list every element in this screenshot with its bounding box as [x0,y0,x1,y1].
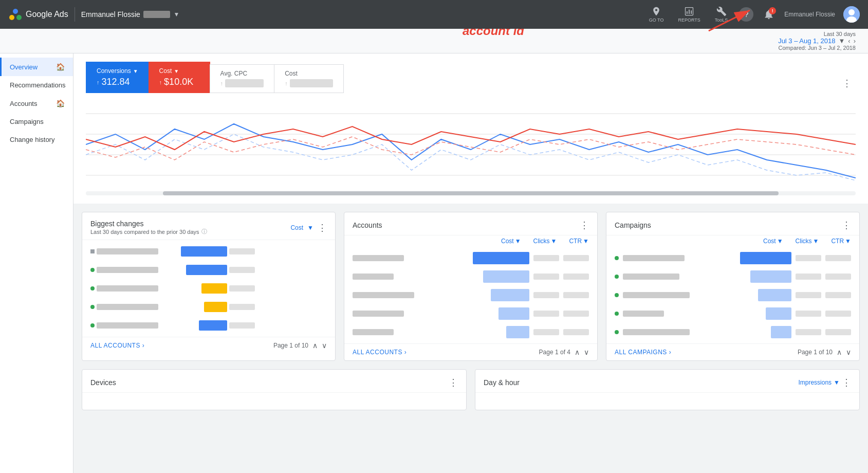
campaigns-card: Campaigns ⋮ Cost ▼ Clicks ▼ CTR ▼ [606,212,860,361]
google-ads-logo-icon [8,7,23,22]
biggest-changes-card: Biggest changes Last 30 days compared to… [82,212,336,361]
change-bar-negative [201,283,227,294]
account-ctr-blurred [563,274,589,280]
day-hour-card: Day & hour Impressions ▼ ⋮ [475,369,860,410]
stat-card-avg-cpc[interactable]: Avg. CPC ↑ $0.06 [210,64,275,93]
campaigns-menu-btn[interactable]: ⋮ [842,220,851,230]
day-hour-card-header: Day & hour Impressions ▼ ⋮ [475,370,859,393]
account-row[interactable] [344,249,597,267]
dot-green [615,256,619,260]
page-up-btn[interactable]: ∧ [312,341,318,350]
campaign-metrics [758,289,851,301]
stat-card-conversions[interactable]: Conversions ▼ ↑ 312.84 [86,62,149,93]
help-button[interactable]: ? [739,7,753,22]
account-row[interactable] [344,286,597,304]
all-campaigns-link[interactable]: ALL CAMPAIGNS › [615,349,671,356]
chart-scrollbar-thumb[interactable] [163,191,779,195]
avg-cpc-value-row: ↑ $0.06 [220,79,264,87]
account-row[interactable] [344,304,597,323]
page-down-btn[interactable]: ∨ [322,341,327,350]
reports-label: REPORTS [678,17,700,23]
day-hour-metric[interactable]: Impressions [798,379,832,386]
campaigns-cost-col[interactable]: Cost ▼ [763,238,783,245]
account-dropdown-arrow[interactable]: ▼ [173,11,179,18]
sidebar-item-campaigns[interactable]: Campaigns [0,113,73,131]
accounts-clicks-col[interactable]: Clicks ▼ [533,238,557,245]
conversions-change-icon: ↑ [97,79,100,85]
campaign-row[interactable] [606,267,859,286]
campaign-row[interactable] [606,286,859,304]
reports-button[interactable]: REPORTS [675,4,703,25]
cost-dropdown[interactable]: ▼ [174,68,179,74]
campaign-cost-bar [771,326,791,338]
account-row[interactable] [344,267,597,286]
chart-area [73,93,868,204]
campaign-metrics [750,270,851,283]
date-range-bar: Last 30 days Jul 3 – Aug 1, 2018 ▼ ‹ › C… [0,29,868,53]
avg-cpc-label-row: Avg. CPC [220,70,264,77]
cost-filter-arrow[interactable]: ▼ [307,224,313,231]
campaign-ctr-blurred [825,255,851,261]
campaign-row[interactable] [606,304,859,323]
stat-card-cost2[interactable]: Cost ↑ $10.0K [274,64,344,93]
accounts-card-header: Accounts ⋮ [344,212,597,235]
notifications-button[interactable]: ! [762,7,776,22]
sidebar-item-overview[interactable]: Overview 🏠 [0,58,73,76]
change-bar-positive [186,265,227,275]
campaigns-page-down-btn[interactable]: ∨ [846,348,851,356]
account-ctr-blurred [563,311,589,317]
accounts-ctr-col[interactable]: CTR ▼ [569,238,589,245]
account-row[interactable] [344,323,597,341]
date-dropdown[interactable]: ▼ [838,37,845,45]
devices-card: Devices ⋮ [82,369,467,410]
campaign-clicks-blurred [796,329,821,335]
account-selector[interactable]: Emmanuel Flossie ••• ••• ••• ▼ [81,10,180,19]
biggest-changes-all-accounts-link[interactable]: ALL ACCOUNTS › [90,342,144,349]
goto-button[interactable]: GO TO [646,4,667,25]
campaign-ctr-blurred [825,329,851,335]
campaign-metrics [740,252,851,264]
date-next-btn[interactable]: › [854,37,856,45]
day-hour-menu-btn[interactable]: ⋮ [842,377,851,388]
date-prev-btn[interactable]: ‹ [848,37,850,45]
accounts-card-title: Accounts [353,221,382,229]
cost-label: Cost [159,67,172,75]
campaigns-card-title: Campaigns [615,221,651,229]
accounts-card-footer: ALL ACCOUNTS › Page 1 of 4 ∧ ∨ [344,343,597,360]
account-id-blurred: ••• ••• ••• [143,11,170,18]
sidebar-item-accounts[interactable]: Accounts 🏠 [0,94,73,113]
user-avatar[interactable] [843,6,860,23]
campaign-ctr-blurred [825,274,851,280]
cost2-value: $10.0K [290,79,333,87]
stat-card-cost[interactable]: Cost ▼ ↑ $10.0K [149,62,210,93]
devices-menu-btn[interactable]: ⋮ [449,377,458,388]
accounts-rows [344,247,597,343]
chart-scrollbar[interactable] [86,191,856,195]
campaign-row[interactable] [606,249,859,267]
accounts-all-link[interactable]: ALL ACCOUNTS › [353,349,407,356]
accounts-page-down-btn[interactable]: ∨ [584,348,589,356]
sidebar-item-change-history[interactable]: Change history [0,131,73,149]
tools-button[interactable]: TooLS [712,4,731,25]
cost-filter[interactable]: Cost [290,224,303,231]
conversions-dropdown[interactable]: ▼ [133,68,138,74]
accounts-page-up-btn[interactable]: ∧ [575,348,580,356]
day-hour-metric-arrow[interactable]: ▼ [834,379,840,386]
biggest-changes-menu[interactable]: ⋮ [318,222,327,233]
change-value-blurred [229,322,255,329]
sidebar-item-recommendations[interactable]: Recommendations [0,76,73,94]
campaigns-page-up-btn[interactable]: ∧ [837,348,842,356]
info-icon: ⓘ [201,228,207,235]
stats-menu-button[interactable]: ⋮ [838,74,856,93]
accounts-cost-col[interactable]: Cost ▼ [501,238,521,245]
reports-icon [684,6,694,16]
campaigns-ctr-col[interactable]: CTR ▼ [831,238,851,245]
change-bar-1 [160,246,227,257]
accounts-menu-btn[interactable]: ⋮ [580,220,589,230]
campaign-name-blurred [623,274,679,280]
account-metrics [483,270,589,283]
avg-cpc-change-icon: ↑ [220,80,224,86]
tools-label: TooLS [715,17,728,23]
campaign-row[interactable] [606,323,859,341]
campaigns-clicks-col[interactable]: Clicks ▼ [796,238,819,245]
